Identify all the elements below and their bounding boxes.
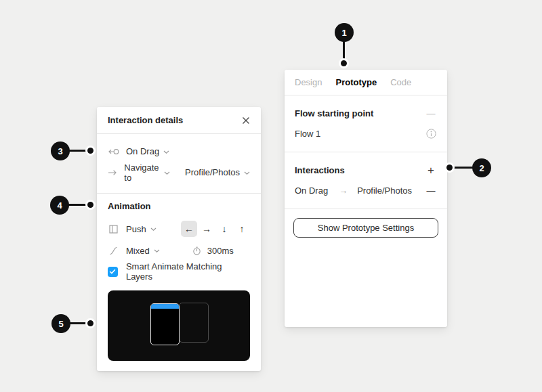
callout-3-badge: 3 [51,141,70,160]
interaction-row[interactable]: On Drag → Profile/Photos — [295,180,437,200]
smart-animate-row: Smart Animate Matching Layers [108,261,250,282]
destination-label: Profile/Photos [185,167,240,177]
tab-code[interactable]: Code [390,77,411,87]
animation-heading-row: Animation [108,194,250,218]
callout-2-dot [444,162,455,173]
action-row: Navigate to Profile/Photos [108,162,250,183]
action-label: Navigate to [124,162,160,183]
push-animation-icon [108,225,119,234]
arrow-right-icon [108,169,117,176]
callout-1-badge: 1 [335,23,354,42]
add-interaction-icon[interactable]: + [425,165,437,176]
flow-heading: Flow starting point [295,108,373,118]
animation-section: Animation Push ← → ↓ ↑ [97,194,261,361]
chevron-down-icon [163,150,169,154]
flow-heading-row: Flow starting point — [295,103,437,123]
callout-3-dot [85,146,96,156]
trigger-dropdown[interactable]: On Drag [126,146,169,156]
callout-1-dot [339,58,349,68]
animation-type-row: Push ← → ↓ ↑ [108,218,250,240]
smart-animate-label: Smart Animate Matching Layers [126,261,250,282]
easing-row: Mixed 300ms [108,240,250,261]
interaction-arrow-icon: → [339,186,348,196]
callout-4-badge: 4 [50,196,69,215]
interaction-target: Profile/Photos [357,186,412,196]
trigger-section: On Drag Navigate to Profile/Photos [97,134,261,194]
interaction-trigger: On Drag [295,186,328,196]
chevron-down-icon [244,171,250,175]
easing-label: Mixed [126,246,150,256]
smart-animate-checkbox[interactable] [108,267,118,277]
duration-value[interactable]: 300ms [207,246,234,256]
duration-clock-icon [192,246,201,255]
easing-curve-icon [108,246,119,255]
trigger-label: On Drag [126,146,159,156]
remove-interaction-icon[interactable]: — [425,186,437,196]
callout-2-badge: 2 [472,158,491,177]
interactions-section: Interactions + On Drag → Profile/Photos … [285,152,447,209]
dialog-title: Interaction details [108,115,183,125]
chevron-down-icon [164,171,170,175]
flow-name[interactable]: Flow 1 [295,129,320,139]
callout-4-dot [85,200,96,210]
show-prototype-settings-button[interactable]: Show Prototype Settings [293,218,438,238]
easing-dropdown[interactable]: Mixed [126,246,160,256]
destination-dropdown[interactable]: Profile/Photos [185,167,250,177]
chevron-down-icon [154,249,160,253]
info-icon[interactable] [425,129,437,139]
direction-right-button[interactable]: → [199,221,215,237]
direction-button-group: ← → ↓ ↑ [181,221,250,237]
prototype-properties-panel: Design Prototype Code Flow starting poin… [285,70,447,327]
close-icon[interactable] [242,116,250,125]
dialog-header: Interaction details [97,107,261,134]
flow-starting-point-section: Flow starting point — Flow 1 [285,95,447,152]
interactions-heading-row: Interactions + [295,160,437,180]
callout-5-badge: 5 [51,314,70,333]
flow-name-row: Flow 1 [295,123,437,144]
interaction-details-dialog: Interaction details On Drag Navigate to [97,107,261,371]
tab-prototype[interactable]: Prototype [335,77,377,87]
action-dropdown[interactable]: Navigate to [124,162,170,183]
animation-preview [108,290,250,361]
direction-up-button[interactable]: ↑ [234,221,250,237]
animation-type-dropdown[interactable]: Push [126,224,157,234]
preview-frame-header-bar [151,304,179,309]
remove-flow-icon[interactable]: — [425,108,437,118]
preview-frame-active [150,303,180,345]
chevron-down-icon [150,227,157,232]
animation-type-label: Push [126,224,146,234]
interactions-heading: Interactions [295,165,345,175]
direction-left-button[interactable]: ← [181,221,197,237]
on-drag-icon [108,148,119,156]
tab-design[interactable]: Design [295,77,322,87]
settings-button-area: Show Prototype Settings [285,209,447,246]
panel-tabs: Design Prototype Code [285,70,447,95]
callout-2-line [452,167,474,169]
preview-frame-target [179,303,209,343]
callout-5-dot [85,318,96,328]
animation-heading: Animation [108,201,151,211]
trigger-row: On Drag [108,141,250,162]
direction-down-button[interactable]: ↓ [216,221,232,237]
